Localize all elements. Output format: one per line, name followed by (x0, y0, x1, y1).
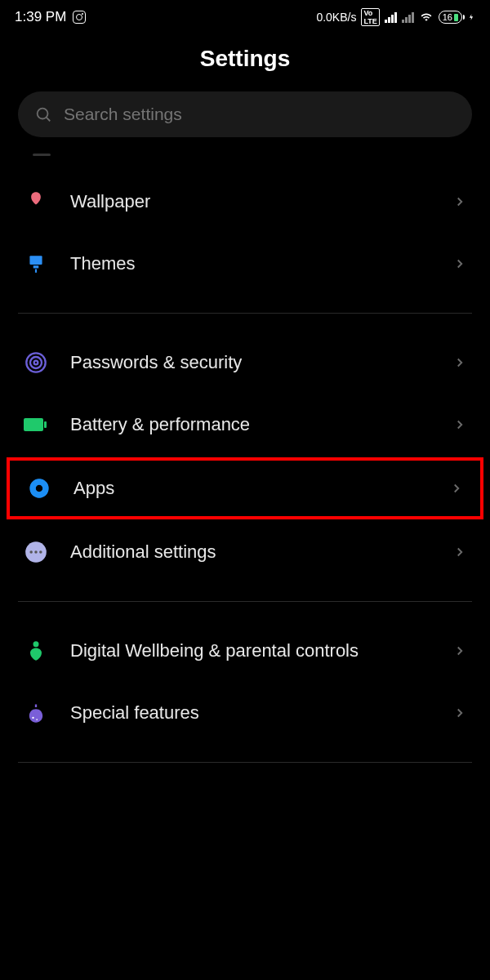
settings-item-additional[interactable]: Additional settings (0, 521, 490, 583)
settings-item-special[interactable]: Special features (0, 682, 490, 744)
settings-item-label: Apps (74, 477, 428, 501)
section-divider (18, 762, 472, 763)
svg-rect-4 (35, 270, 37, 273)
settings-item-wellbeing[interactable]: Digital Wellbeing & parental controls (0, 620, 490, 682)
section-indicator (33, 154, 51, 156)
chevron-right-icon (452, 545, 467, 559)
signal-icon (385, 12, 397, 23)
volte-icon: VoLTE (361, 8, 379, 26)
search-input[interactable] (64, 105, 456, 124)
settings-item-label: Passwords & security (70, 351, 431, 375)
chevron-right-icon (452, 194, 467, 209)
section-divider (18, 313, 472, 314)
wellbeing-icon (23, 638, 49, 664)
battery-icon (23, 412, 49, 438)
settings-item-label: Wallpaper (70, 190, 431, 214)
chevron-right-icon (452, 706, 467, 720)
svg-point-15 (39, 550, 42, 554)
settings-item-label: Themes (70, 252, 431, 276)
signal-icon-secondary (402, 12, 414, 23)
battery-level: 16 (443, 12, 452, 22)
svg-rect-3 (33, 265, 39, 268)
settings-item-label: Battery & performance (70, 413, 431, 437)
chevron-right-icon (449, 481, 464, 496)
settings-item-themes[interactable]: Themes (0, 233, 490, 295)
svg-point-7 (34, 361, 38, 365)
chevron-right-icon (452, 256, 467, 271)
svg-rect-2 (29, 256, 42, 265)
svg-rect-9 (44, 421, 47, 428)
status-bar: 1:39 PM 0.0KB/s VoLTE 16 (0, 0, 490, 31)
data-rate: 0.0KB/s (316, 11, 356, 24)
svg-line-1 (47, 118, 51, 122)
settings-item-battery[interactable]: Battery & performance (0, 394, 490, 456)
chevron-right-icon (452, 417, 467, 432)
battery-indicator: 16 (439, 11, 462, 24)
more-icon (23, 539, 49, 565)
svg-point-13 (29, 550, 33, 554)
charging-icon (467, 11, 475, 24)
wifi-icon (419, 11, 434, 23)
themes-icon (23, 251, 49, 277)
settings-item-passwords[interactable]: Passwords & security (0, 332, 490, 394)
chevron-right-icon (452, 355, 467, 370)
svg-point-16 (33, 641, 39, 647)
page-title: Settings (0, 46, 490, 72)
special-features-icon (23, 700, 49, 726)
svg-point-6 (30, 357, 42, 368)
settings-item-label: Special features (70, 702, 431, 725)
search-bar[interactable] (18, 91, 472, 137)
wallpaper-icon (23, 189, 49, 215)
svg-point-14 (34, 550, 38, 554)
status-time: 1:39 PM (15, 9, 66, 25)
svg-point-0 (38, 109, 48, 119)
chevron-right-icon (452, 644, 467, 658)
search-icon (34, 105, 52, 123)
apps-icon (26, 475, 52, 501)
section-divider (18, 601, 472, 602)
svg-rect-8 (24, 418, 43, 431)
settings-item-label: Additional settings (70, 541, 431, 564)
instagram-icon (73, 11, 86, 24)
settings-item-wallpaper[interactable]: Wallpaper (0, 171, 490, 233)
svg-point-17 (32, 717, 33, 719)
fingerprint-icon (23, 350, 49, 376)
svg-point-18 (36, 719, 38, 720)
settings-item-apps[interactable]: Apps (7, 457, 483, 519)
settings-item-label: Digital Wellbeing & parental controls (70, 639, 431, 663)
